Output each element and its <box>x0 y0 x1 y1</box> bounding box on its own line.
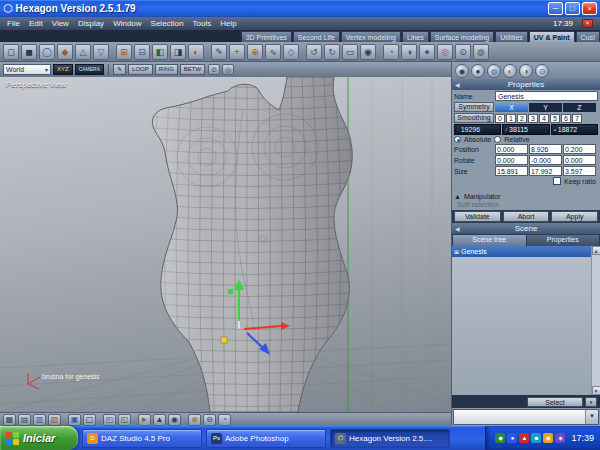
title-bar[interactable]: ⬡ Hexagon Version 2.5.1.79 ─ □ × <box>0 0 600 17</box>
main-toolbar-icon[interactable]: ↻ <box>324 44 340 60</box>
main-toolbar-icon[interactable]: △ <box>75 44 91 60</box>
manipulator-section[interactable]: ▲ Manipulator <box>452 193 600 200</box>
bottom-toolbar-icon[interactable]: ◰ <box>103 414 116 426</box>
uv-tool-icon[interactable]: ⊙ <box>535 64 549 78</box>
viewport-tool-icon[interactable]: ⊙ <box>208 64 220 75</box>
axis-header-x[interactable]: X <box>495 103 528 112</box>
bottom-toolbar-icon[interactable]: ◉ <box>168 414 181 426</box>
main-toolbar-icon[interactable]: ◍ <box>473 44 489 60</box>
position-x-input[interactable] <box>495 144 528 154</box>
main-toolbar-icon[interactable]: ◯ <box>39 44 55 60</box>
close-button[interactable]: × <box>582 2 597 15</box>
main-toolbar-icon[interactable]: ↺ <box>306 44 322 60</box>
menu-file[interactable]: File <box>7 19 20 28</box>
panel-combo-box[interactable]: ▼ <box>453 409 599 425</box>
main-toolbar-icon[interactable]: ⊕ <box>247 44 263 60</box>
main-toolbar-icon[interactable]: ▭ <box>342 44 358 60</box>
menu-close-icon[interactable]: × <box>582 19 593 28</box>
smoothing-level-4[interactable]: 4 <box>539 114 549 123</box>
main-toolbar-icon[interactable]: ◨ <box>170 44 186 60</box>
bottom-toolbar-icon[interactable]: ◱ <box>118 414 131 426</box>
select-button[interactable]: Select <box>527 397 583 407</box>
tray-icon[interactable]: ▲ <box>519 433 529 443</box>
position-z-input[interactable] <box>563 144 596 154</box>
tab-utilities[interactable]: Utilities <box>495 31 528 42</box>
scroll-down-icon[interactable]: ▼ <box>592 386 600 395</box>
absolute-radio[interactable] <box>454 136 461 143</box>
main-toolbar-icon[interactable]: ◎ <box>437 44 453 60</box>
tab-lines[interactable]: Lines <box>402 31 429 42</box>
main-toolbar-icon[interactable]: ◑ <box>401 44 417 60</box>
main-toolbar-icon[interactable]: ⊞ <box>116 44 132 60</box>
collapse-arrow-icon[interactable]: ◀ <box>455 81 460 88</box>
start-button[interactable]: Iniciar <box>0 426 78 450</box>
gizmo-yellow-handle[interactable] <box>221 337 227 343</box>
uv-tool-icon[interactable]: ◉ <box>455 64 469 78</box>
smoothing-level-3[interactable]: 3 <box>528 114 538 123</box>
maximize-button[interactable]: □ <box>565 2 580 15</box>
main-toolbar-icon[interactable]: ◆ <box>57 44 73 60</box>
main-toolbar-icon[interactable]: ⊙ <box>455 44 471 60</box>
main-toolbar-icon[interactable]: ∿ <box>265 44 281 60</box>
rotate-y-input[interactable] <box>529 155 562 165</box>
main-toolbar-icon[interactable]: ◧ <box>152 44 168 60</box>
tray-icon[interactable]: ◉ <box>543 433 553 443</box>
tray-icon[interactable]: ● <box>507 433 517 443</box>
collapse-arrow-icon[interactable]: ◀ <box>455 225 460 232</box>
main-toolbar-icon[interactable]: ◉ <box>360 44 376 60</box>
select-dropdown-icon[interactable]: ▾ <box>585 397 597 407</box>
scene-header[interactable]: ◀ Scene <box>452 223 600 234</box>
main-toolbar-icon[interactable]: + <box>229 44 245 60</box>
tray-icon[interactable]: ■ <box>531 433 541 443</box>
bottom-toolbar-icon[interactable]: ▣ <box>68 414 81 426</box>
smoothing-level-7[interactable]: 7 <box>572 114 582 123</box>
menu-help[interactable]: Help <box>220 19 236 28</box>
bottom-toolbar-icon[interactable]: ▤ <box>18 414 31 426</box>
main-toolbar-icon[interactable]: ◇ <box>283 44 299 60</box>
menu-window[interactable]: Window <box>113 19 141 28</box>
axis-header-y[interactable]: Y <box>529 103 562 112</box>
bottom-toolbar-icon[interactable]: ▲ <box>153 414 166 426</box>
main-toolbar-icon[interactable]: ◔ <box>383 44 399 60</box>
size-x-input[interactable] <box>495 166 528 176</box>
viewport-3d[interactable]: Perspective view brusna for genesis <box>0 77 451 412</box>
expander-icon[interactable]: ⊞ <box>454 248 459 255</box>
validate-button[interactable]: Validate <box>454 211 501 222</box>
main-toolbar-icon[interactable]: ⊟ <box>134 44 150 60</box>
viewport-canvas[interactable] <box>0 77 451 412</box>
smoothing-level-5[interactable]: 5 <box>550 114 560 123</box>
taskbar-app-hexagon[interactable]: ⬡ Hexagon Version 2.5.... <box>330 429 450 448</box>
world-space-dropdown[interactable]: World ▾ <box>3 64 51 75</box>
tab-vertex-modeling[interactable]: Vertex modeling <box>341 31 401 42</box>
main-toolbar-icon[interactable]: ◼ <box>21 44 37 60</box>
rotate-x-input[interactable] <box>495 155 528 165</box>
tab-surface-modeling[interactable]: Surface modeling <box>430 31 494 42</box>
name-input[interactable] <box>495 91 598 101</box>
bottom-toolbar-icon[interactable]: ◔ <box>218 414 231 426</box>
main-toolbar-icon[interactable]: ▽ <box>93 44 109 60</box>
abort-button[interactable]: Abort <box>503 211 550 222</box>
taskbar-app-photoshop[interactable]: Ps Adobe Photoshop <box>206 429 326 448</box>
smoothing-level-6[interactable]: 6 <box>561 114 571 123</box>
scene-tree-item-genesis[interactable]: ⊞ Genesis <box>452 246 591 257</box>
size-z-input[interactable] <box>563 166 596 176</box>
loop-button[interactable]: LOOP <box>128 64 153 75</box>
uv-tool-icon[interactable]: ● <box>471 64 485 78</box>
main-toolbar-icon[interactable]: ✎ <box>211 44 227 60</box>
pen-icon[interactable]: ✎ <box>113 64 126 75</box>
uv-tool-icon[interactable]: ◐ <box>503 64 517 78</box>
soft-selection-section[interactable]: Soft selection <box>452 201 600 208</box>
xyz-axis-button[interactable]: XYZ <box>53 64 73 75</box>
ring-button[interactable]: RING <box>155 64 178 75</box>
uv-tool-icon[interactable]: ◑ <box>519 64 533 78</box>
between-button[interactable]: BETW <box>180 64 205 75</box>
main-toolbar-icon[interactable]: ◻ <box>3 44 19 60</box>
smoothing-level-1[interactable]: 1 <box>506 114 516 123</box>
size-y-input[interactable] <box>529 166 562 176</box>
bottom-toolbar-icon[interactable]: ▢ <box>83 414 96 426</box>
bottom-toolbar-icon[interactable]: ▦ <box>3 414 16 426</box>
axis-header-z[interactable]: Z <box>563 103 596 112</box>
menu-selection[interactable]: Selection <box>151 19 184 28</box>
menu-tools[interactable]: Tools <box>193 19 212 28</box>
rotate-z-input[interactable] <box>563 155 596 165</box>
